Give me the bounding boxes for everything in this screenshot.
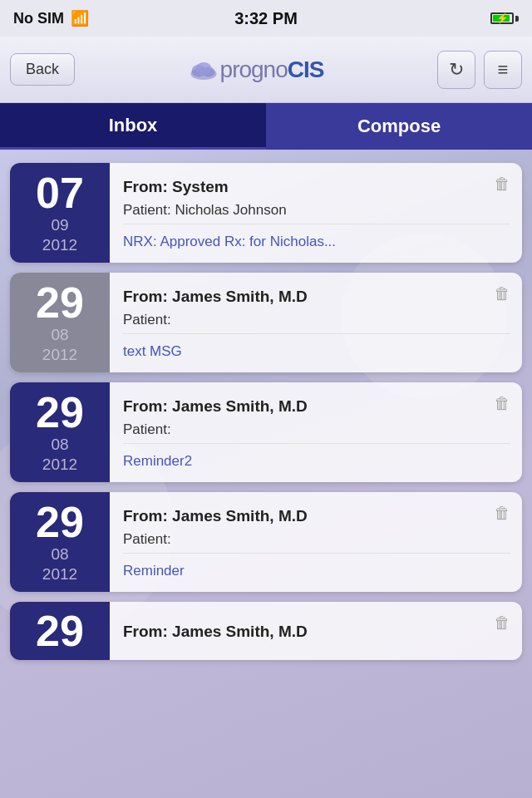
menu-button[interactable]: ≡ xyxy=(484,51,522,89)
date-box: 29 08 2012 xyxy=(10,273,110,372)
message-subject: Reminder2 xyxy=(123,453,510,470)
message-body: From: James Smith, M.D Patient: Reminder… xyxy=(110,492,522,592)
inbox-list: 07 09 2012 From: System Patient: Nichola… xyxy=(0,150,532,798)
battery-icon: ⚡ xyxy=(490,12,519,24)
message-from: From: James Smith, M.D xyxy=(123,397,510,416)
status-right: ⚡ xyxy=(490,12,519,24)
date-month: 09 xyxy=(51,216,68,234)
logo-progno-text: progno xyxy=(220,57,288,83)
date-box: 07 09 2012 xyxy=(10,163,110,263)
message-body: From: James Smith, M.D 🗑 xyxy=(110,602,522,660)
tab-compose[interactable]: Compose xyxy=(266,103,532,150)
delete-icon[interactable]: 🗑 xyxy=(494,284,510,303)
date-day: 07 xyxy=(36,171,84,214)
menu-icon: ≡ xyxy=(498,59,509,81)
message-from: From: James Smith, M.D xyxy=(123,288,510,306)
message-body: From: System Patient: Nicholas Johnson N… xyxy=(110,163,522,263)
carrier-label: No SIM xyxy=(13,10,64,27)
date-year: 2012 xyxy=(42,236,77,254)
date-box: 29 xyxy=(10,602,110,660)
date-day: 29 xyxy=(36,500,84,544)
back-button[interactable]: Back xyxy=(10,53,75,86)
date-day: 29 xyxy=(36,609,84,653)
delete-icon[interactable]: 🗑 xyxy=(494,613,510,633)
message-body: From: James Smith, M.D Patient: text MSG… xyxy=(110,273,522,372)
status-bar: No SIM 📶 3:32 PM ⚡ xyxy=(0,0,532,37)
date-month: 08 xyxy=(51,436,68,454)
date-box: 29 08 2012 xyxy=(10,492,110,592)
message-item[interactable]: 07 09 2012 From: System Patient: Nichola… xyxy=(10,163,522,263)
date-year: 2012 xyxy=(42,456,77,474)
message-from: From: James Smith, M.D xyxy=(123,507,510,525)
status-time: 3:32 PM xyxy=(234,9,298,28)
header-icons: ↻ ≡ xyxy=(437,51,522,89)
date-box: 29 08 2012 xyxy=(10,382,110,482)
delete-icon[interactable]: 🗑 xyxy=(494,504,510,523)
refresh-button[interactable]: ↻ xyxy=(437,51,475,89)
date-day: 29 xyxy=(36,391,84,434)
message-item[interactable]: 29 From: James Smith, M.D 🗑 xyxy=(10,602,522,660)
message-item[interactable]: 29 08 2012 From: James Smith, M.D Patien… xyxy=(10,382,522,482)
svg-point-3 xyxy=(195,62,211,76)
message-patient: Patient: xyxy=(123,531,510,554)
message-from: From: System xyxy=(123,178,510,196)
date-year: 2012 xyxy=(42,346,77,364)
message-subject: Reminder xyxy=(123,563,510,579)
wifi-icon: 📶 xyxy=(71,9,89,27)
delete-icon[interactable]: 🗑 xyxy=(494,175,510,194)
message-patient: Patient: xyxy=(123,312,510,334)
status-left: No SIM 📶 xyxy=(13,9,89,27)
message-patient: Patient: Nicholas Johnson xyxy=(123,202,510,224)
date-month: 08 xyxy=(51,326,68,344)
message-subject: text MSG xyxy=(123,343,510,360)
logo: prognoCIS xyxy=(189,57,324,83)
tab-inbox[interactable]: Inbox xyxy=(0,103,266,150)
date-year: 2012 xyxy=(42,565,77,584)
message-item[interactable]: 29 08 2012 From: James Smith, M.D Patien… xyxy=(10,273,522,372)
message-body: From: James Smith, M.D Patient: Reminder… xyxy=(110,382,522,482)
message-patient: Patient: xyxy=(123,421,510,444)
message-item[interactable]: 29 08 2012 From: James Smith, M.D Patien… xyxy=(10,492,522,592)
message-from: From: James Smith, M.D xyxy=(123,623,510,641)
date-day: 29 xyxy=(36,281,84,324)
logo-cis-text: CIS xyxy=(288,57,324,83)
refresh-icon: ↻ xyxy=(449,59,464,81)
tabs-bar: Inbox Compose xyxy=(0,103,532,150)
message-subject: NRX: Approved Rx: for Nicholas... xyxy=(123,234,510,250)
date-month: 08 xyxy=(51,545,68,564)
logo-cloud-icon xyxy=(189,60,219,80)
header: Back prognoCIS ↻ ≡ xyxy=(0,37,532,103)
delete-icon[interactable]: 🗑 xyxy=(494,394,510,413)
